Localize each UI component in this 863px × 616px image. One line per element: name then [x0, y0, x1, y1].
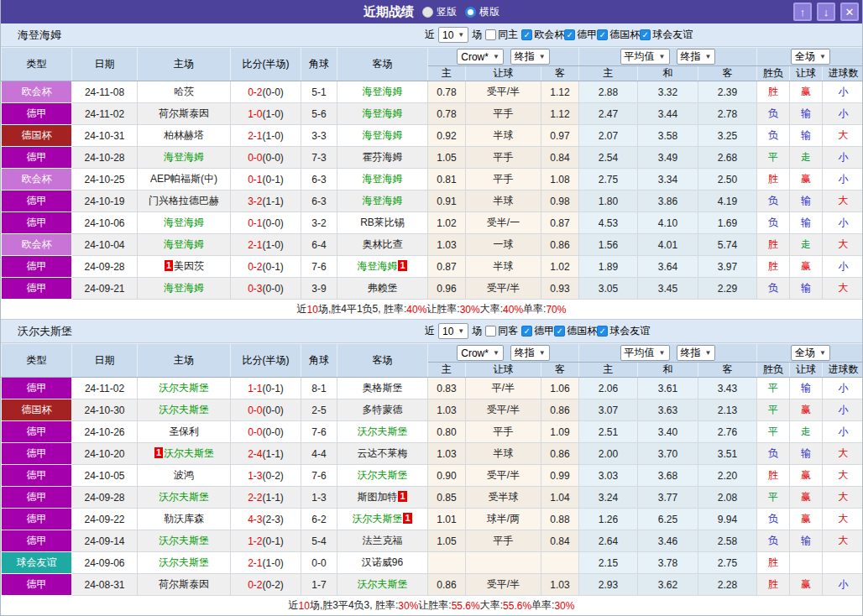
col-result-wdl: 胜负	[757, 66, 790, 81]
average-group-header: 平均值▼ 终指▼	[579, 344, 757, 363]
league-badge: 德国杯	[2, 125, 72, 147]
summary-row: 近10场,胜4平1负5, 胜率:40% 让胜率:30% 大率:40% 单率:70…	[1, 300, 862, 320]
away-team: 海登海姆	[337, 125, 428, 147]
layout-radio-vertical[interactable]: 竖版	[422, 5, 457, 19]
odds-away: 1.06	[541, 378, 579, 399]
team-filter-row: 海登海姆 近 10▼ 场 同主 ✓欧会杯✓德甲✓德国杯✓球会友谊	[1, 23, 862, 47]
match-row: 德甲24-09-281美因茨0-2(0-1)7-6海登海姆10.87半球1.02…	[2, 256, 863, 278]
avg-draw: 3.64	[638, 256, 698, 278]
odds-home: 0.90	[428, 465, 466, 487]
avg-home: 1.89	[579, 256, 638, 278]
final-index-select-2[interactable]: 终指▼	[677, 345, 716, 361]
close-button[interactable]: ✕	[840, 3, 859, 21]
team-link: 荷尔斯泰因	[159, 107, 209, 119]
odds-home: 1.03	[428, 443, 466, 465]
odds-away: 0.97	[541, 125, 579, 147]
layout-radio-horizontal[interactable]: 横版	[465, 5, 499, 19]
full-match-select[interactable]: 全场▼	[791, 345, 830, 361]
league-filter-checkbox[interactable]: ✓球会友谊	[597, 324, 650, 338]
league-badge: 德甲	[2, 574, 72, 596]
summary-segment: 30%	[554, 600, 574, 612]
odds-away: 1.04	[541, 487, 579, 509]
avg-away: 2.20	[698, 465, 757, 487]
bookmaker-select[interactable]: Crow*▼	[457, 345, 504, 361]
team-link: 哈茨	[174, 86, 194, 97]
result-wdl: 胜	[757, 81, 790, 103]
fulltime-score: 1-2	[248, 535, 262, 547]
avg-away: 2.76	[698, 421, 757, 443]
league-filter-checkbox[interactable]: ✓欧会杯	[521, 28, 564, 42]
league-filter-checkbox[interactable]: ✓德国杯	[597, 28, 640, 42]
recent-games-select[interactable]: 10▼	[438, 27, 468, 43]
col-result-wdl: 胜负	[757, 363, 790, 378]
match-date: 24-10-25	[72, 169, 138, 191]
average-select[interactable]: 平均值▼	[620, 345, 670, 361]
league-filter-checkbox[interactable]: ✓德甲	[564, 28, 597, 42]
league-filter-checkbox[interactable]: ✓德甲	[521, 324, 554, 338]
summary-segment: 单率:	[531, 598, 554, 613]
bookmaker-select[interactable]: Crow*▼	[457, 49, 504, 65]
league-filter-checkbox[interactable]: ✓球会友谊	[640, 28, 693, 42]
corner-score: 5-4	[301, 530, 337, 552]
halftime-score: (0-0)	[263, 86, 284, 98]
fulltime-score: 1-0	[248, 108, 262, 120]
odds-handicap: 受平/半	[466, 574, 541, 596]
halftime-score: (1-1)	[263, 196, 284, 207]
team-link: 勒沃库森	[164, 513, 204, 525]
home-team: 沃尔夫斯堡	[138, 552, 231, 574]
title-bar: 近期战绩 竖版 横版 ↑ ↓ ✕	[1, 0, 862, 23]
away-team: 斯图加特1	[337, 487, 428, 509]
match-row: 球会友谊24-09-06沃尔夫斯堡2-1(1-0)0-0汉诺威962.153.7…	[2, 552, 863, 574]
match-row: 德甲24-10-28海登海姆0-0(0-0)7-3霍芬海姆1.05平手0.842…	[2, 147, 863, 169]
league-badge: 德甲	[2, 509, 72, 530]
odds-home: 0.92	[428, 125, 466, 147]
result-wdl: 负	[757, 125, 790, 147]
avg-draw: 3.44	[638, 103, 698, 125]
away-team: 海登海姆	[337, 103, 428, 125]
result-handicap: 赢	[790, 81, 823, 103]
full-match-select[interactable]: 全场▼	[791, 49, 830, 65]
team-link: AEP帕福斯(中)	[150, 173, 217, 185]
odds-handicap: 受平/半	[466, 465, 541, 487]
final-index-select-2[interactable]: 终指▼	[677, 49, 716, 65]
odds-handicap: 半球	[466, 443, 541, 465]
team-link: RB莱比锡	[360, 217, 405, 228]
league-badge: 德甲	[2, 103, 72, 125]
chevron-down-icon: ▼	[539, 53, 546, 60]
average-select[interactable]: 平均值▼	[620, 49, 670, 65]
move-up-button[interactable]: ↑	[793, 3, 812, 21]
same-venue-label: 同客	[498, 324, 518, 338]
result-wdl: 负	[757, 278, 790, 300]
result-goals: 小	[823, 147, 863, 169]
league-filter-checkbox[interactable]: ✓德国杯	[554, 324, 597, 338]
fulltime-score: 2-1	[248, 239, 262, 251]
team-link: 波鸿	[174, 469, 194, 481]
summary-segment: 场,胜3平4负3, 胜率:	[310, 598, 398, 613]
halftime-score: (1-0)	[263, 130, 284, 142]
result-wdl: 胜	[757, 465, 790, 487]
matches-table: 类型 日期 主场 比分(半场) 角球 客场 Crow*▼ 终指▼ 平均值	[1, 47, 863, 300]
avg-away: 2.68	[698, 147, 757, 169]
recent-results-panel: 近期战绩 竖版 横版 ↑ ↓ ✕ 海登海姆 近 10▼ 场	[0, 0, 863, 616]
same-venue-checkbox[interactable]: 同客	[485, 324, 518, 338]
card-mark: 1	[154, 447, 163, 458]
away-team: 奥林比查	[337, 234, 428, 256]
same-venue-checkbox[interactable]: 同主	[485, 28, 518, 42]
final-index-select[interactable]: 终指▼	[510, 49, 550, 65]
odds-home: 0.86	[428, 574, 466, 596]
move-down-button[interactable]: ↓	[817, 3, 835, 21]
avg-away: 3.43	[698, 378, 757, 399]
col-avg-away: 客	[698, 66, 757, 81]
team-link: 法兰克福	[363, 535, 403, 546]
result-handicap: 输	[790, 443, 823, 465]
odds-away: 1.02	[541, 256, 579, 278]
result-wdl: 负	[757, 191, 790, 212]
recent-games-select[interactable]: 10▼	[438, 323, 468, 339]
avg-away: 2.75	[698, 552, 757, 574]
team-link: 沃尔夫斯堡	[358, 578, 408, 590]
final-index-select[interactable]: 终指▼	[510, 345, 550, 361]
away-team: RB莱比锡	[337, 212, 428, 234]
league-badge: 德甲	[2, 465, 72, 487]
odds-away: 1.12	[541, 81, 579, 103]
team-link: 沃尔夫斯堡	[358, 469, 408, 481]
